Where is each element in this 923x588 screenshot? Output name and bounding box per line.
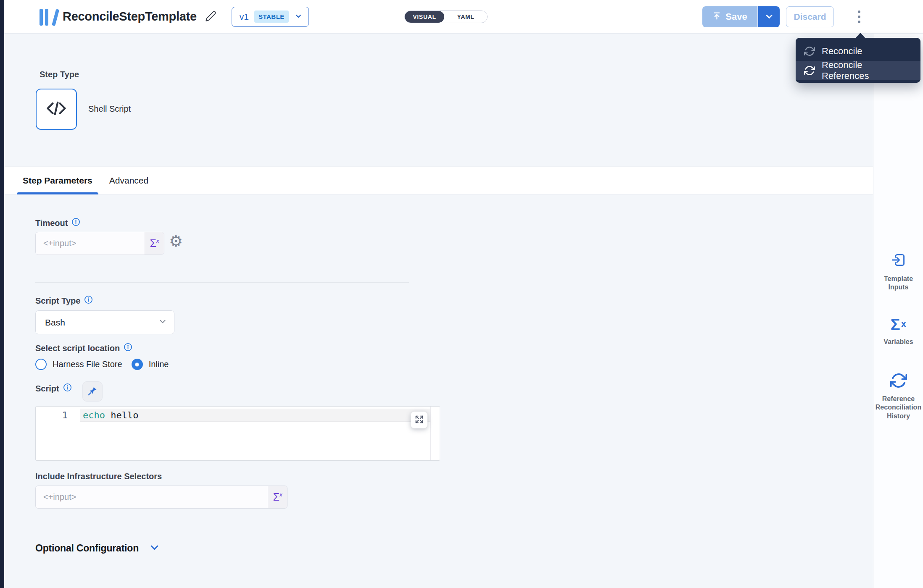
script-code-editor[interactable]: 1 echo hello [35, 406, 440, 461]
header: ReconcileStepTemplate v1 STABLE VISUAL Y… [4, 0, 923, 34]
gear-icon: ⚙ [169, 233, 183, 250]
menu-item-label: Reconcile References [822, 60, 912, 81]
script-label: Script [35, 384, 59, 394]
refresh-icon [890, 372, 907, 391]
upload-icon [712, 11, 721, 23]
code-argument: hello [111, 410, 138, 420]
infrastructure-selectors-label: Include Infrastructure Selectors [35, 472, 162, 481]
code-icon [45, 97, 68, 122]
refresh-icon [804, 46, 815, 57]
menu-item-reconcile-references[interactable]: Reconcile References [796, 61, 920, 80]
editor-minimap-divider [430, 407, 431, 460]
right-sidebar: Template Inputs Σx Variables Reference R… [873, 34, 923, 588]
chevron-down-icon [294, 12, 303, 22]
page-title: ReconcileStepTemplate [63, 10, 197, 24]
info-icon[interactable] [63, 383, 72, 394]
timeout-input-group: Σx [35, 232, 164, 255]
pin-icon [87, 386, 98, 397]
sidebar-item-label: Template Inputs [881, 275, 916, 292]
tab-yaml[interactable]: YAML [444, 11, 487, 23]
pin-script-button[interactable] [82, 381, 103, 402]
timeout-label: Timeout [35, 218, 68, 228]
header-actions: Save Discard [702, 6, 868, 27]
version-label: v1 [240, 12, 249, 22]
save-options-button[interactable] [757, 6, 780, 27]
template-library-icon [40, 8, 55, 26]
chevron-down-icon [149, 542, 160, 554]
tab-step-parameters[interactable]: Step Parameters [17, 167, 98, 194]
chevron-down-icon [158, 317, 167, 328]
code-keyword: echo [83, 410, 105, 420]
optional-configuration-label: Optional Configuration [35, 543, 139, 554]
script-label-row: Script [35, 383, 72, 394]
sidebar-item-variables[interactable]: Σx Variables [873, 316, 923, 346]
radio-label: Harness File Store [53, 360, 122, 369]
info-icon[interactable] [124, 343, 132, 354]
infrastructure-selectors-input-group: Σx [35, 486, 287, 509]
optional-configuration-toggle[interactable]: Optional Configuration [35, 542, 160, 554]
infrastructure-selectors-input[interactable] [36, 486, 268, 508]
sidebar-item-reference-reconciliation-history[interactable]: Reference Reconciliation History [873, 372, 923, 420]
radio-icon [35, 359, 47, 370]
radio-inline[interactable]: Inline [132, 359, 169, 370]
stable-badge: STABLE [254, 10, 289, 23]
line-number: 1 [47, 410, 68, 420]
sidebar-item-template-inputs[interactable]: Template Inputs [873, 251, 923, 292]
more-options-button[interactable] [851, 6, 868, 27]
menu-item-label: Reconcile [822, 46, 862, 57]
sigma-x-icon: Σx [891, 316, 907, 333]
tab-visual[interactable]: VISUAL [405, 11, 444, 23]
left-nav-rail [0, 0, 4, 588]
step-type-card [36, 89, 77, 130]
save-split-button: Save [702, 6, 780, 27]
expand-icon [415, 415, 424, 425]
info-icon[interactable] [71, 218, 80, 228]
pencil-icon [205, 10, 216, 23]
step-type-label: Step Type [40, 70, 79, 79]
step-type-value: Shell Script [88, 104, 131, 114]
discard-button[interactable]: Discard [786, 6, 834, 27]
expression-button[interactable]: Σx [268, 486, 287, 508]
chevron-down-icon [764, 11, 774, 23]
save-button-label: Save [725, 11, 747, 22]
script-location-label: Select script location [35, 344, 120, 353]
info-icon[interactable] [84, 295, 93, 306]
visual-yaml-toggle: VISUAL YAML [404, 10, 488, 23]
script-type-value: Bash [45, 318, 65, 328]
timeout-settings-button[interactable]: ⚙ [169, 234, 183, 249]
edit-title-button[interactable] [205, 10, 216, 23]
code-line: echo hello [83, 410, 138, 420]
script-type-label: Script Type [35, 296, 80, 306]
script-type-label-row: Script Type [35, 295, 93, 306]
script-location-options: Harness File Store Inline [35, 359, 169, 370]
save-button[interactable]: Save [702, 6, 757, 27]
timeout-input[interactable] [36, 232, 145, 255]
radio-harness-file-store[interactable]: Harness File Store [35, 359, 122, 370]
tab-advanced[interactable]: Advanced [103, 167, 154, 194]
timeout-label-row: Timeout [35, 218, 80, 228]
sidebar-item-label: Variables [876, 338, 922, 346]
refresh-icon [804, 65, 815, 76]
expression-button[interactable]: Σx [145, 232, 164, 255]
script-location-label-row: Select script location [35, 343, 132, 354]
expand-editor-button[interactable] [411, 412, 427, 428]
version-selector[interactable]: v1 STABLE [232, 7, 309, 27]
radio-icon-checked [132, 359, 143, 370]
radio-label: Inline [149, 360, 169, 369]
tab-bar: Step Parameters Advanced [4, 166, 873, 194]
sidebar-item-label: Reference Reconciliation History [874, 395, 923, 420]
template-inputs-icon [890, 251, 907, 270]
context-menu: Reconcile Reconcile References [796, 38, 920, 83]
section-divider [35, 282, 409, 283]
menu-item-reconcile[interactable]: Reconcile [796, 42, 920, 61]
script-type-select[interactable]: Bash [35, 310, 174, 334]
